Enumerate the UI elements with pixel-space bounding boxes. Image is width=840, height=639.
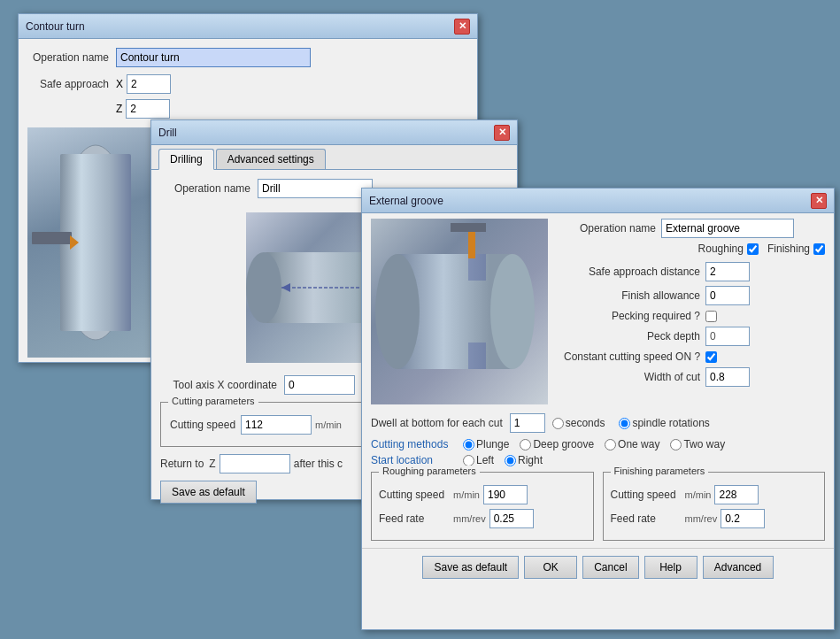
drill-close-button[interactable]: ✕ [494,125,510,141]
drill-cutting-speed-input[interactable] [241,415,312,435]
contour-safe-z-input[interactable] [126,99,170,119]
peck-depth-input[interactable] [705,327,750,346]
pecking-required-label: Pecking required ? [564,310,705,322]
deep-groove-radio[interactable] [520,439,531,450]
contour-z-label: Z [116,103,122,115]
pecking-required-checkbox[interactable] [705,311,717,322]
dwell-input[interactable] [510,413,545,433]
groove-op-name-input[interactable] [661,219,794,238]
drill-tool-axis-label: Tool axis X coordinate [160,379,284,391]
roughing-checkbox[interactable] [747,243,759,255]
groove-image [371,219,548,404]
deep-groove-option: Deep groove [520,438,594,450]
svg-point-14 [375,254,420,369]
groove-ok-button[interactable]: OK [524,556,577,579]
start-location-label: Start location [371,454,459,466]
one-way-radio[interactable] [605,439,616,450]
svg-point-15 [490,254,535,369]
finishing-cs-input[interactable] [714,485,759,504]
roughing-cs-input[interactable] [483,485,528,504]
tab-drilling[interactable]: Drilling [158,149,214,170]
drill-title: Drill [158,127,177,139]
dwell-label: Dwell at bottom for each cut [371,417,503,429]
groove-help-button[interactable]: Help [644,556,697,579]
finishing-cs-unit: m/min [685,489,712,500]
plunge-label: Plunge [476,438,509,450]
roughing-fr-unit: mm/rev [453,513,486,524]
finishing-checkbox[interactable] [813,243,825,255]
drill-op-name-label: Operation name [160,182,258,195]
groove-close-button[interactable]: ✕ [811,193,827,209]
finishing-label: Finishing [767,243,813,255]
finish-allowance-label: Finish allowance [564,289,705,302]
constant-speed-label: Constant cutting speed ON ? [564,350,705,363]
deep-groove-label: Deep groove [533,438,594,450]
contour-x-label: X [116,78,123,90]
cutting-methods-row: Cutting methods Plunge Deep groove One w… [362,436,834,452]
contour-title: Contour turn [26,20,85,33]
roughing-checkbox-row: Roughing [698,243,759,255]
groove-svg [371,219,548,404]
finishing-fr-unit: mm/rev [685,513,718,524]
contour-op-name-label: Operation name [27,51,116,64]
groove-button-row: Save as default OK Cancel Help Advanced [362,548,834,586]
svg-point-5 [246,252,281,323]
contour-close-button[interactable]: ✕ [454,19,470,35]
finishing-params-box: Finishing parameters Cutting speed m/min… [603,472,826,541]
drill-return-z-input[interactable] [220,454,290,473]
safe-approach-input[interactable] [705,262,750,281]
left-label: Left [476,454,494,466]
cutting-methods-label: Cutting methods [371,438,459,450]
drill-save-default-button[interactable]: Save as default [160,481,257,504]
drill-op-name-input[interactable] [258,179,373,198]
plunge-radio[interactable] [463,439,474,450]
two-way-option: Two way [670,438,725,450]
contour-image [27,127,165,358]
drill-title-bar: Drill ✕ [151,120,517,145]
roughing-fr-input[interactable] [489,509,534,528]
cutting-params-title: Cutting parameters [168,396,258,406]
width-of-cut-input[interactable] [705,367,750,387]
width-of-cut-label: Width of cut [564,371,705,383]
roughing-cs-unit: m/min [453,489,480,500]
groove-op-name-label: Operation name [564,222,661,235]
roughing-params-box: Roughing parameters Cutting speed m/min … [371,472,594,541]
drill-tool-axis-input[interactable] [284,375,355,395]
contour-op-name-input[interactable] [116,48,311,67]
constant-speed-checkbox[interactable] [705,351,717,363]
groove-save-default-button[interactable]: Save as default [422,556,519,579]
tab-advanced-settings[interactable]: Advanced settings [216,149,326,169]
right-radio[interactable] [505,455,516,466]
drill-after-label: after this c [294,458,343,470]
contour-svg [27,127,165,358]
drill-cutting-speed-unit: m/min [315,420,342,430]
finish-allowance-input[interactable] [705,286,750,305]
one-way-label: One way [618,438,659,450]
spindle-option: spindle rotations [619,417,709,429]
left-radio[interactable] [463,455,474,466]
drill-z-label: Z [209,458,219,470]
spindle-radio[interactable] [619,418,630,429]
one-way-option: One way [605,438,659,450]
roughing-cs-label: Cutting speed [379,489,450,501]
right-label: Right [518,454,543,466]
groove-cancel-button[interactable]: Cancel [582,556,638,579]
contour-title-bar: Contour turn ✕ [19,14,477,39]
drill-cutting-speed-label: Cutting speed [170,419,241,431]
safe-approach-label: Safe approach distance [564,266,705,278]
seconds-option: seconds [552,417,605,429]
roughing-label: Roughing [698,243,747,255]
svg-rect-19 [468,232,475,258]
two-way-radio[interactable] [670,439,682,450]
finishing-fr-input[interactable] [721,509,765,528]
svg-rect-18 [451,223,486,232]
groove-advanced-button[interactable]: Advanced [703,556,774,579]
finishing-cs-label: Cutting speed [611,489,682,501]
drill-return-to-label: Return to [160,458,209,470]
peck-depth-label: Peck depth [564,330,705,343]
finishing-checkbox-row: Finishing [767,243,825,255]
contour-safe-x-input[interactable] [127,74,171,94]
roughing-fr-label: Feed rate [379,512,450,525]
seconds-radio[interactable] [552,418,564,429]
groove-title: External groove [369,195,443,207]
